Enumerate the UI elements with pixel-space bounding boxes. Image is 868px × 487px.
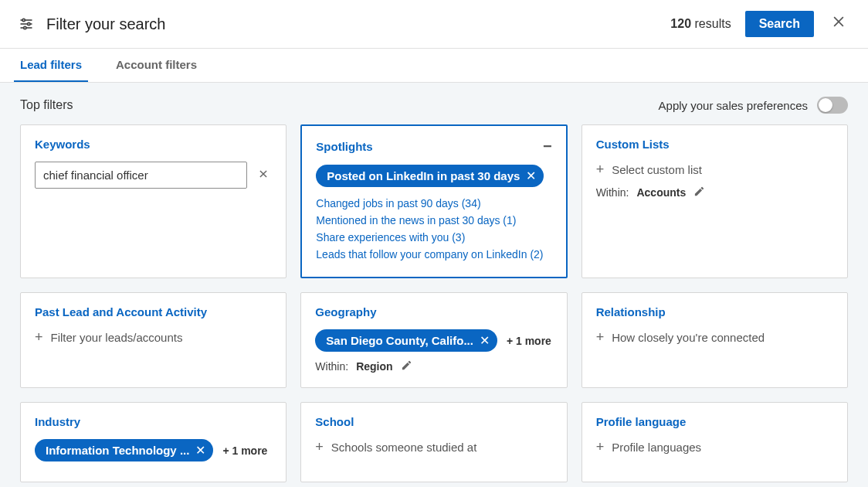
svg-point-1: [22, 19, 25, 21]
spotlight-link[interactable]: Changed jobs in past 90 days (34): [316, 195, 551, 212]
keywords-input[interactable]: [35, 162, 247, 189]
close-icon[interactable]: [828, 11, 849, 37]
results-word: results: [695, 17, 731, 30]
filter-icon: [19, 16, 34, 32]
card-title-keywords: Keywords: [35, 138, 272, 151]
within-value: Region: [356, 360, 392, 373]
toggle-knob: [819, 98, 832, 112]
filter-grid: Keywords Spotlights − Posted on LinkedIn…: [20, 124, 848, 482]
chip-remove-icon[interactable]: ✕: [478, 333, 490, 348]
card-industry: Industry Information Technology ... ✕ + …: [20, 402, 287, 482]
card-profile-language: Profile language + Profile languages: [581, 402, 848, 482]
spotlights-link-list: Changed jobs in past 90 days (34) Mentio…: [316, 195, 551, 263]
spotlight-chip-label: Posted on LinkedIn in past 30 days: [327, 169, 520, 182]
profile-language-hint-text: Profile languages: [612, 441, 701, 454]
spotlight-link[interactable]: Share experiences with you (3): [316, 229, 551, 246]
keywords-clear-icon[interactable]: [255, 167, 272, 183]
geography-within: Within: Region: [315, 359, 552, 373]
card-geography: Geography San Diego County, Califo... ✕ …: [300, 292, 567, 388]
card-keywords: Keywords: [20, 124, 287, 278]
card-title-relationship: Relationship: [596, 305, 833, 318]
spotlights-title-text: Spotlights: [316, 140, 372, 153]
custom-lists-hint[interactable]: + Select custom list: [596, 162, 833, 178]
card-title-custom-lists: Custom Lists: [596, 138, 833, 151]
plus-icon: +: [596, 439, 605, 455]
chip-remove-icon[interactable]: ✕: [524, 169, 536, 183]
plus-icon: +: [315, 439, 324, 455]
industry-chip-row: Information Technology ... ✕ + 1 more: [35, 439, 272, 461]
industry-chip-label: Information Technology ...: [46, 444, 189, 457]
within-value: Accounts: [636, 186, 686, 199]
collapse-icon[interactable]: −: [543, 138, 552, 154]
tab-lead-filters[interactable]: Lead filters: [14, 49, 88, 82]
card-title-industry: Industry: [35, 415, 272, 428]
card-past-activity: Past Lead and Account Activity + Filter …: [20, 292, 287, 388]
plus-icon: +: [596, 329, 605, 346]
sales-prefs-toggle[interactable]: [817, 97, 848, 114]
card-title-school: School: [315, 415, 552, 428]
custom-lists-within: Within: Accounts: [596, 186, 833, 199]
chip-remove-icon[interactable]: ✕: [194, 443, 205, 458]
header-left: Filter your search: [19, 15, 166, 33]
edit-icon[interactable]: [693, 186, 705, 199]
spotlight-link[interactable]: Mentioned in the news in past 30 days (1…: [316, 212, 551, 229]
within-label: Within:: [315, 360, 348, 373]
results-count: 120 results: [670, 17, 731, 31]
edit-icon[interactable]: [401, 359, 412, 373]
keywords-input-row: [35, 162, 272, 189]
industry-more[interactable]: + 1 more: [222, 444, 267, 457]
spotlights-chip-row: Posted on LinkedIn in past 30 days ✕: [316, 165, 551, 187]
results-number: 120: [670, 17, 691, 30]
custom-lists-hint-text: Select custom list: [612, 163, 702, 176]
relationship-hint-text: How closely you're connected: [612, 331, 765, 344]
tab-account-filters[interactable]: Account filters: [110, 49, 203, 82]
header-bar: Filter your search 120 results Search: [0, 0, 868, 49]
card-school: School + Schools someone studied at: [300, 402, 567, 482]
plus-icon: +: [35, 329, 43, 346]
geography-chip[interactable]: San Diego County, Califo... ✕: [315, 329, 497, 352]
within-label: Within:: [596, 186, 629, 199]
topbar: Top filters Apply your sales preferences: [20, 97, 848, 114]
school-hint-text: Schools someone studied at: [331, 441, 476, 454]
card-title-spotlights: Spotlights −: [316, 138, 551, 154]
search-button[interactable]: Search: [745, 11, 814, 37]
geography-chip-row: San Diego County, Califo... ✕ + 1 more: [315, 329, 552, 352]
relationship-hint[interactable]: + How closely you're connected: [596, 329, 833, 346]
industry-chip[interactable]: Information Technology ... ✕: [35, 439, 213, 461]
profile-language-hint[interactable]: + Profile languages: [596, 439, 833, 455]
svg-point-3: [28, 22, 30, 25]
card-custom-lists: Custom Lists + Select custom list Within…: [581, 124, 848, 278]
card-title-past-activity: Past Lead and Account Activity: [35, 305, 272, 318]
plus-icon: +: [596, 162, 605, 178]
tabs-row: Lead filters Account filters: [0, 49, 868, 83]
school-hint[interactable]: + Schools someone studied at: [315, 439, 552, 455]
page-title: Filter your search: [46, 15, 166, 33]
past-activity-hint[interactable]: + Filter your leads/accounts: [35, 329, 272, 346]
card-title-geography: Geography: [315, 305, 552, 318]
geography-more[interactable]: + 1 more: [507, 335, 551, 347]
top-filters-heading: Top filters: [20, 98, 73, 112]
card-title-profile-language: Profile language: [596, 415, 833, 428]
sales-prefs-row: Apply your sales preferences: [659, 97, 848, 114]
header-right: 120 results Search: [670, 11, 849, 37]
past-activity-hint-text: Filter your leads/accounts: [51, 331, 183, 344]
filter-body: Top filters Apply your sales preferences…: [0, 83, 868, 487]
card-relationship: Relationship + How closely you're connec…: [581, 292, 848, 388]
svg-point-5: [24, 26, 26, 29]
spotlight-chip[interactable]: Posted on LinkedIn in past 30 days ✕: [316, 165, 544, 187]
sales-prefs-label: Apply your sales preferences: [659, 99, 808, 112]
card-spotlights: Spotlights − Posted on LinkedIn in past …: [300, 124, 567, 278]
spotlight-link[interactable]: Leads that follow your company on Linked…: [316, 246, 551, 263]
geography-chip-label: San Diego County, Califo...: [326, 334, 473, 347]
